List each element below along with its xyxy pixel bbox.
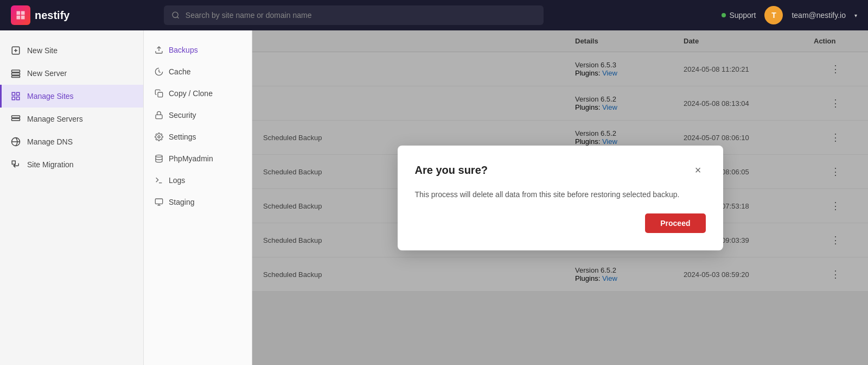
cache-icon [155, 67, 163, 76]
svg-rect-6 [12, 73, 20, 75]
sidebar-item-manage-dns[interactable]: Manage DNS [0, 130, 143, 153]
copy-clone-icon [155, 89, 163, 98]
sidebar-item-label-site-migration: Site Migration [27, 160, 74, 169]
new-server-icon [11, 68, 21, 78]
manage-sites-icon [11, 91, 21, 101]
site-migration-icon [11, 160, 21, 169]
svg-point-21 [156, 155, 162, 157]
modal-body: This process will delete all data from t… [415, 189, 706, 200]
status-dot [722, 13, 726, 17]
sidebar-item-manage-sites[interactable]: Manage Sites [0, 85, 143, 108]
sub-sidebar-label-cache: Cache [169, 67, 190, 76]
support-label: Support [729, 11, 756, 20]
sidebar-item-manage-servers[interactable]: Manage Servers [0, 108, 143, 130]
sub-sidebar-item-backups[interactable]: Backups [144, 39, 252, 61]
sub-sidebar-item-staging[interactable]: Staging [144, 191, 252, 213]
backups-icon [155, 46, 163, 54]
sidebar-item-label-new-site: New Site [27, 46, 58, 55]
search-bar [164, 5, 544, 25]
svg-rect-19 [156, 115, 162, 118]
modal-close-button[interactable]: × [691, 163, 706, 178]
sub-sidebar-label-copy-clone: Copy / Clone [169, 89, 213, 98]
sidebar-item-label-new-server: New Server [27, 69, 67, 78]
svg-rect-9 [17, 92, 20, 95]
sub-sidebar-item-settings[interactable]: Settings [144, 126, 252, 148]
user-email: team@nestify.io [792, 11, 846, 20]
svg-rect-23 [155, 199, 162, 204]
main-layout: New Site New Server Manage Sites Manage … [0, 30, 868, 365]
nestify-logo-svg [15, 10, 26, 21]
content-area: Details Date Action Version 6.5.3 Plugin… [252, 30, 868, 365]
proceed-button[interactable]: Proceed [645, 213, 705, 233]
svg-point-0 [173, 12, 178, 17]
svg-rect-13 [12, 118, 20, 121]
settings-icon [155, 133, 163, 141]
sub-sidebar-item-security[interactable]: Security [144, 104, 252, 126]
sub-sidebar-label-backups: Backups [169, 46, 198, 54]
sub-sidebar-item-copy-clone[interactable]: Copy / Clone [144, 83, 252, 104]
security-icon [155, 111, 163, 119]
sub-sidebar-label-logs: Logs [169, 176, 185, 185]
sub-sidebar: Backups Cache Copy / Clone Security Sett… [144, 30, 252, 365]
sub-sidebar-label-settings: Settings [169, 133, 196, 141]
modal-header: Are you sure? × [415, 163, 706, 178]
svg-rect-12 [12, 116, 20, 118]
confirmation-modal: Are you sure? × This process will delete… [398, 146, 723, 250]
svg-line-1 [177, 17, 179, 18]
svg-rect-7 [12, 76, 20, 78]
topbar: nestify Support T team@nestify.io ▾ [0, 0, 868, 30]
staging-icon [155, 198, 163, 206]
svg-rect-16 [12, 161, 15, 164]
svg-rect-10 [12, 97, 15, 100]
phpmyadmin-icon [155, 154, 163, 163]
support-indicator: Support [722, 11, 756, 20]
sidebar-item-label-manage-sites: Manage Sites [27, 92, 74, 100]
sidebar-item-new-site[interactable]: New Site [0, 39, 143, 62]
sidebar-item-label-manage-dns: Manage DNS [27, 137, 73, 146]
svg-point-20 [158, 136, 160, 138]
manage-servers-icon [11, 114, 21, 124]
svg-rect-18 [158, 92, 163, 97]
sub-sidebar-label-phpmyadmin: PhpMyadmin [169, 154, 213, 163]
svg-rect-11 [17, 97, 20, 100]
logo-icon [11, 5, 30, 25]
svg-rect-5 [12, 70, 20, 72]
modal-title: Are you sure? [415, 164, 488, 177]
topbar-right: Support T team@nestify.io ▾ [722, 6, 857, 24]
sub-sidebar-label-staging: Staging [169, 198, 194, 206]
modal-message: This process will delete all data from t… [415, 189, 706, 200]
sub-sidebar-item-phpmyadmin[interactable]: PhpMyadmin [144, 148, 252, 169]
sub-sidebar-label-security: Security [169, 111, 196, 119]
logo: nestify [11, 5, 69, 25]
sub-sidebar-item-cache[interactable]: Cache [144, 61, 252, 83]
modal-overlay: Are you sure? × This process will delete… [252, 30, 868, 365]
sidebar-item-label-manage-servers: Manage Servers [27, 115, 83, 123]
new-site-icon [11, 46, 21, 55]
manage-dns-icon [11, 137, 21, 147]
sidebar-item-site-migration[interactable]: Site Migration [0, 153, 143, 176]
logo-text: nestify [35, 9, 69, 22]
sidebar: New Site New Server Manage Sites Manage … [0, 30, 144, 365]
modal-footer: Proceed [415, 213, 706, 233]
logs-icon [155, 176, 163, 185]
chevron-down-icon[interactable]: ▾ [854, 12, 857, 18]
sub-sidebar-item-logs[interactable]: Logs [144, 169, 252, 191]
search-icon [171, 11, 180, 20]
search-input[interactable] [186, 5, 537, 25]
sidebar-item-new-server[interactable]: New Server [0, 62, 143, 85]
avatar[interactable]: T [764, 6, 783, 24]
svg-rect-8 [12, 92, 15, 95]
